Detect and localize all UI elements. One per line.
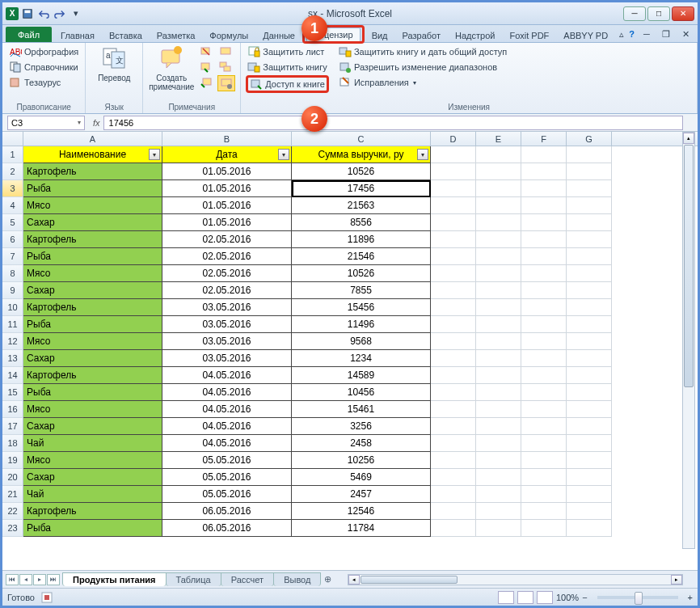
cell[interactable] [567, 435, 612, 452]
cell[interactable] [476, 197, 521, 214]
cell[interactable] [567, 231, 612, 248]
cell-date[interactable]: 03.05.2016 [162, 333, 292, 350]
horizontal-scrollbar[interactable]: ◂ ▸ [348, 574, 683, 585]
show-all-comments-button[interactable] [217, 60, 235, 74]
row-header[interactable]: 10 [2, 299, 23, 316]
minimize-button[interactable]: ─ [623, 6, 646, 21]
close-button[interactable]: ✕ [672, 6, 694, 21]
cell-date[interactable]: 01.05.2016 [162, 180, 292, 197]
sheet-nav-prev[interactable]: ◂ [19, 574, 32, 585]
cell[interactable] [431, 316, 476, 333]
cell-name[interactable]: Рыба [23, 520, 162, 537]
cell-name[interactable]: Картофель [23, 503, 162, 520]
cell-sum[interactable]: 2457 [292, 486, 431, 503]
filter-icon[interactable] [417, 149, 428, 160]
row-header[interactable]: 16 [2, 401, 23, 418]
cell-name[interactable]: Мясо [23, 197, 162, 214]
cell-sum[interactable]: 3256 [292, 418, 431, 435]
research-button[interactable]: Справочники [7, 60, 80, 74]
cell-name[interactable]: Рыба [23, 384, 162, 401]
cell[interactable] [431, 384, 476, 401]
cell[interactable] [521, 350, 567, 367]
cell[interactable] [521, 452, 567, 469]
cell-sum[interactable]: 17456 [292, 180, 431, 197]
cell[interactable] [431, 146, 476, 163]
cell[interactable] [476, 401, 521, 418]
cell[interactable] [567, 333, 612, 350]
cell[interactable] [567, 486, 612, 503]
tab-data[interactable]: Данные [255, 28, 302, 42]
cell-date[interactable]: 02.05.2016 [162, 248, 292, 265]
cell-sum[interactable]: 7855 [292, 282, 431, 299]
cell-sum[interactable]: 14589 [292, 367, 431, 384]
cell[interactable] [476, 520, 521, 537]
cell[interactable] [567, 299, 612, 316]
cell[interactable] [476, 231, 521, 248]
tab-view[interactable]: Вид [365, 28, 395, 42]
cell-name[interactable]: Картофель [23, 231, 162, 248]
cell[interactable] [431, 469, 476, 486]
cell-date[interactable]: 06.05.2016 [162, 520, 292, 537]
cell[interactable] [431, 282, 476, 299]
cell-sum[interactable]: 10456 [292, 384, 431, 401]
cell[interactable] [567, 520, 612, 537]
cell-sum[interactable]: 11896 [292, 231, 431, 248]
cell-sum[interactable]: 10526 [292, 265, 431, 282]
row-header[interactable]: 13 [2, 350, 23, 367]
cell-date[interactable]: 06.05.2016 [162, 503, 292, 520]
cell-date[interactable]: 01.05.2016 [162, 214, 292, 231]
tab-addins[interactable]: Надстрой [448, 28, 502, 42]
fx-icon[interactable]: fx [93, 118, 100, 128]
cell[interactable] [567, 384, 612, 401]
cell[interactable] [567, 469, 612, 486]
cell[interactable] [431, 435, 476, 452]
cell[interactable] [567, 197, 612, 214]
new-sheet-icon[interactable]: ⊕ [324, 574, 331, 585]
save-icon[interactable] [20, 6, 35, 21]
cell-name[interactable]: Рыба [23, 316, 162, 333]
cell[interactable] [476, 469, 521, 486]
cell-name[interactable]: Чай [23, 486, 162, 503]
cell[interactable] [476, 503, 521, 520]
cell-date[interactable]: 04.05.2016 [162, 418, 292, 435]
doc-restore-button[interactable]: ❐ [659, 27, 673, 41]
cell[interactable] [431, 248, 476, 265]
delete-comment-button[interactable] [198, 44, 214, 59]
cell[interactable] [476, 282, 521, 299]
thesaurus-button[interactable]: Тезаурус [7, 75, 80, 90]
row-header[interactable]: 5 [2, 214, 23, 231]
cell[interactable] [521, 435, 567, 452]
row-header[interactable]: 20 [2, 469, 23, 486]
cell-name[interactable]: Картофель [23, 163, 162, 180]
cell[interactable] [567, 282, 612, 299]
table-header-date[interactable]: Дата [162, 146, 292, 163]
cell[interactable] [521, 282, 567, 299]
cell[interactable] [476, 299, 521, 316]
cell[interactable] [521, 503, 567, 520]
cell[interactable] [476, 214, 521, 231]
cell[interactable] [431, 486, 476, 503]
cell[interactable] [476, 384, 521, 401]
maximize-button[interactable]: □ [647, 6, 670, 21]
cell[interactable] [567, 180, 612, 197]
cell-sum[interactable]: 2458 [292, 435, 431, 452]
cell-date[interactable]: 01.05.2016 [162, 163, 292, 180]
cell-name[interactable]: Сахар [23, 282, 162, 299]
row-header[interactable]: 4 [2, 197, 23, 214]
cell[interactable] [476, 333, 521, 350]
cell[interactable] [567, 452, 612, 469]
cell-name[interactable]: Картофель [23, 367, 162, 384]
cell[interactable] [431, 503, 476, 520]
cell[interactable] [521, 401, 567, 418]
cell-date[interactable]: 04.05.2016 [162, 384, 292, 401]
cell-sum[interactable]: 11784 [292, 520, 431, 537]
cell-date[interactable]: 02.05.2016 [162, 265, 292, 282]
cell[interactable] [476, 486, 521, 503]
cell-sum[interactable]: 10526 [292, 163, 431, 180]
tab-abbyy[interactable]: ABBYY PD [556, 28, 615, 42]
cell-sum[interactable]: 11496 [292, 316, 431, 333]
row-header[interactable]: 19 [2, 452, 23, 469]
tab-layout[interactable]: Разметка [150, 28, 203, 42]
col-header-g[interactable]: G [567, 132, 612, 146]
sheet-tab-3[interactable]: Вывод [273, 572, 321, 586]
